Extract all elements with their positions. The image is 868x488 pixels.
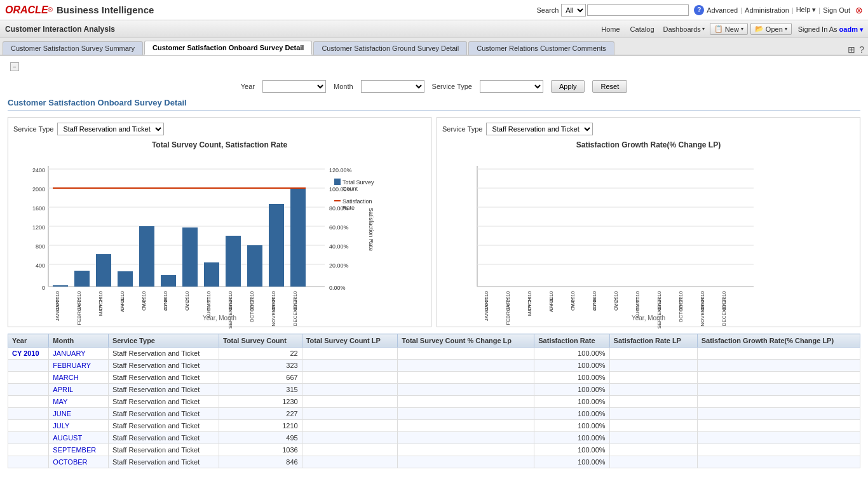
cell-total-survey-count-lp [302, 408, 398, 420]
svg-text:JUNE: JUNE [163, 297, 168, 311]
advanced-link[interactable]: Advanced [707, 6, 738, 14]
cell-total-survey-count-lp [302, 420, 398, 432]
right-service-type-select[interactable]: Staff Reservation and Ticket [486, 123, 593, 135]
cell-service-type: Staff Reservation and Ticket [108, 396, 219, 408]
tab-survey-summary[interactable]: Customer Satisfaction Survey Summary [3, 41, 143, 55]
signout-link[interactable]: Sign Out [823, 6, 850, 14]
cell-service-type: Staff Reservation and Ticket [108, 408, 219, 420]
nav-bar: Customer Interaction Analysis Home Catal… [0, 20, 868, 38]
charts-row: Service Type Staff Reservation and Ticke… [8, 117, 860, 327]
oracle-text: ORACLE [5, 4, 48, 16]
service-type-filter-select[interactable] [480, 80, 543, 93]
table-row: AUGUST Staff Reservation and Ticket 495 … [8, 432, 860, 444]
cell-total-survey-count: 22 [219, 348, 302, 360]
cell-total-survey-count-lp [302, 444, 398, 456]
cell-total-survey-count-lp [302, 396, 398, 408]
search-input[interactable] [587, 4, 689, 16]
table-row: SEPTEMBER Staff Reservation and Ticket 1… [8, 444, 860, 456]
cell-satisfaction-rate: 100.00% [534, 408, 609, 420]
col-satisfaction-rate-lp: Satisfaction Rate LP [609, 334, 697, 348]
administration-link[interactable]: Administration [745, 6, 789, 14]
svg-text:400: 400 [36, 262, 45, 269]
month-filter-select[interactable] [361, 80, 424, 93]
apply-button[interactable]: Apply [551, 80, 585, 93]
svg-rect-33 [247, 245, 262, 287]
cell-satisfaction-rate: 100.00% [534, 360, 609, 372]
collapse-icon[interactable]: − [10, 62, 19, 71]
svg-text:Satisfaction Rate: Satisfaction Rate [368, 208, 374, 251]
tab-ground-survey[interactable]: Customer Satisfaction Ground Survey Deta… [313, 41, 467, 55]
new-nav-btn[interactable]: 📋 New ▾ [710, 23, 748, 35]
open-folder-icon: 📂 [755, 25, 764, 33]
tab-customer-relations[interactable]: Customer Relations Customer Comments [468, 41, 614, 55]
home-nav-btn[interactable]: Home [596, 24, 625, 34]
chevron-down-icon: ▾ [741, 26, 743, 32]
cell-pct-change-lp [398, 384, 534, 396]
table-row: CY 2010 JANUARY Staff Reservation and Ti… [8, 348, 860, 360]
cell-service-type: Staff Reservation and Ticket [108, 432, 219, 444]
cell-total-survey-count: 1036 [219, 444, 302, 456]
svg-text:FEBRUARY: FEBRUARY [76, 297, 82, 325]
cell-total-survey-count-lp [302, 456, 398, 468]
open-label: Open [766, 25, 783, 33]
svg-text:MAY: MAY [141, 297, 147, 308]
search-dropdown[interactable]: All [561, 4, 586, 17]
help-tab-icon[interactable]: ? [859, 44, 864, 55]
svg-text:SEPTEMBER: SEPTEMBER [656, 297, 662, 329]
cell-satisfaction-rate-lp [609, 444, 697, 456]
cell-total-survey-count: 227 [219, 408, 302, 420]
left-chart-x-label: Year, Month [13, 315, 426, 322]
table-wrapper: Year Month Service Type Total Survey Cou… [8, 334, 860, 468]
cell-satisfaction-rate-lp [609, 348, 697, 360]
table-row: OCTOBER Staff Reservation and Ticket 846… [8, 456, 860, 468]
cell-total-survey-count-lp [302, 384, 398, 396]
signed-in-area: Signed In As oadm ▾ [798, 25, 863, 33]
left-service-type-row: Service Type Staff Reservation and Ticke… [13, 123, 426, 135]
help-link[interactable]: Help ▾ [796, 6, 817, 14]
cell-satisfaction-rate-lp [609, 456, 697, 468]
svg-rect-31 [204, 262, 219, 287]
grid-icon[interactable]: ⊞ [848, 44, 855, 55]
table-row: MARCH Staff Reservation and Ticket 667 1… [8, 372, 860, 384]
col-year: Year [8, 334, 49, 348]
cell-satisfaction-growth [697, 384, 860, 396]
svg-rect-61 [334, 179, 341, 185]
help-circle-icon[interactable]: ? [694, 5, 704, 15]
cell-satisfaction-growth [697, 408, 860, 420]
cell-satisfaction-growth [697, 372, 860, 384]
data-table: Year Month Service Type Total Survey Cou… [8, 334, 860, 468]
dashboards-nav-btn[interactable]: Dashboards ▾ [660, 24, 709, 34]
new-label: New [725, 25, 739, 33]
cell-satisfaction-rate-lp [609, 396, 697, 408]
svg-text:JANUARY: JANUARY [484, 297, 489, 321]
tab-onboard-survey[interactable]: Customer Satisfaction Onboard Survey Det… [144, 41, 312, 55]
catalog-nav-btn[interactable]: Catalog [625, 24, 660, 34]
svg-text:120.00%: 120.00% [329, 167, 352, 173]
year-filter-select[interactable] [262, 80, 326, 93]
cell-total-survey-count-lp [302, 372, 398, 384]
cell-pct-change-lp [398, 348, 534, 360]
cell-pct-change-lp [398, 432, 534, 444]
cell-satisfaction-rate-lp [609, 408, 697, 420]
col-satisfaction-growth: Satisfaction Growth Rate(% Change LP) [697, 334, 860, 348]
cell-satisfaction-rate-lp [609, 432, 697, 444]
svg-rect-26 [96, 254, 111, 287]
collapse-bar[interactable]: − [8, 61, 860, 72]
content-area: − Year Month Service Type Apply Reset Cu… [0, 56, 868, 473]
app-title: Customer Interaction Analysis [5, 25, 115, 34]
cell-month: MAY [49, 396, 109, 408]
right-service-type-label: Service Type [442, 125, 482, 133]
cell-total-survey-count: 495 [219, 432, 302, 444]
cell-satisfaction-rate-lp [609, 360, 697, 372]
left-chart-svg-wrapper: 0 400 800 1200 1600 2000 2400 0.00% [13, 153, 426, 313]
svg-text:MAY: MAY [570, 297, 576, 308]
svg-text:40.00%: 40.00% [329, 243, 349, 250]
svg-rect-28 [139, 226, 154, 287]
right-chart-svg-wrapper: CY 2010 JANUARY CY 2010 FEBRUARY CY 2010… [442, 153, 855, 313]
left-service-type-select[interactable]: Staff Reservation and Ticket [57, 123, 164, 135]
cell-month: SEPTEMBER [49, 444, 109, 456]
open-nav-btn[interactable]: 📂 Open ▾ [750, 23, 792, 35]
reset-button[interactable]: Reset [592, 80, 627, 93]
cell-pct-change-lp [398, 372, 534, 384]
table-row: JUNE Staff Reservation and Ticket 227 10… [8, 408, 860, 420]
